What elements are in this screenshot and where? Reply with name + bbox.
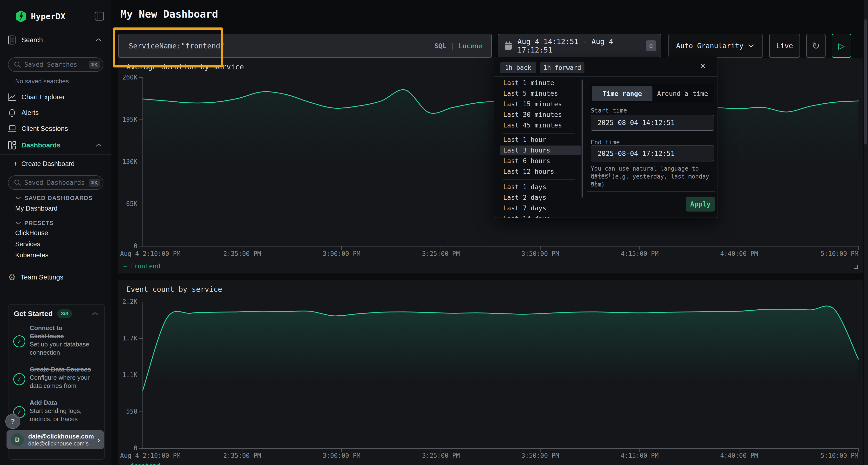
- x-axis-tick-label: 4:40:00 PM: [703, 250, 775, 257]
- legend-dash-icon: —: [123, 462, 127, 465]
- legend-item-frontend[interactable]: —frontend: [123, 462, 160, 465]
- sidebar-item-my-dashboard[interactable]: My Dashboard: [15, 205, 58, 212]
- apply-button[interactable]: Apply: [686, 197, 715, 211]
- bell-icon: [8, 108, 16, 117]
- page-scrollbar-thumb[interactable]: [864, 19, 867, 144]
- get-started-header[interactable]: Get Started 3/3: [14, 309, 99, 318]
- get-started-step[interactable]: Add Data Start sending logs, metrics, or…: [30, 399, 100, 423]
- collapse-sidebar-icon[interactable]: [94, 11, 104, 21]
- start-time-label: Start time: [591, 107, 627, 114]
- time-range-option[interactable]: Last 5 minutes: [500, 89, 581, 98]
- logo[interactable]: HyperDX: [16, 10, 65, 23]
- granularity-select[interactable]: Auto Granularity: [669, 34, 763, 58]
- check-circle-icon: ✓: [13, 373, 25, 385]
- tab-around-a-time[interactable]: Around a time: [652, 86, 713, 101]
- legend-item-frontend[interactable]: —frontend: [123, 263, 160, 270]
- sql-toggle[interactable]: SQL: [434, 42, 446, 49]
- sidebar-item-search[interactable]: Search: [8, 32, 103, 48]
- sidebar-item-dashboards[interactable]: Dashboards: [8, 138, 103, 152]
- step-title: Add Data: [30, 399, 100, 407]
- chevron-up-icon: [94, 143, 103, 148]
- saved-dashboards-input[interactable]: Saved Dashboards ⌘K: [8, 175, 103, 190]
- time-range-option[interactable]: Last 14 days: [500, 214, 581, 218]
- time-range-option[interactable]: Last 1 hour: [500, 135, 581, 144]
- saved-searches-input[interactable]: Saved Searches ⌘K: [8, 57, 103, 72]
- sidebar-item-team-settings[interactable]: ⚙ Team Settings: [8, 270, 103, 284]
- time-range-option[interactable]: Last 1 days: [500, 182, 581, 192]
- x-axis-tick-label: 3:00:00 PM: [305, 452, 378, 459]
- time-range-option[interactable]: Last 1 minute: [500, 78, 581, 88]
- start-time-input[interactable]: 2025-08-04 14:12:51: [591, 115, 714, 131]
- sidebar-item-chart-explorer[interactable]: Chart Explorer: [8, 90, 103, 104]
- time-range-option[interactable]: Last 30 minutes: [500, 110, 581, 120]
- time-range-option[interactable]: Last 2 days: [500, 193, 581, 202]
- check-circle-icon: ✓: [13, 335, 25, 347]
- time-range-option[interactable]: Last 6 hours: [500, 156, 581, 166]
- legend-series-name: frontend: [130, 263, 160, 270]
- step-title: Connect to ClickHouse: [30, 324, 98, 340]
- section-presets[interactable]: PRESETS: [15, 220, 54, 227]
- y-axis-tick-label: 1.7K: [118, 335, 137, 342]
- chart-explorer-icon: [8, 93, 16, 101]
- user-menu[interactable]: D dale@clickhouse.com dale@clickhouse.co…: [6, 430, 104, 449]
- close-icon[interactable]: ×: [700, 61, 706, 71]
- resize-handle-icon[interactable]: [853, 264, 858, 269]
- y-axis-tick-label: 195K: [118, 116, 137, 123]
- y-axis-tick-label: 0: [118, 242, 137, 250]
- shift-back-button[interactable]: 1h back: [500, 62, 536, 73]
- tab-label: Around a time: [657, 90, 708, 97]
- tab-time-range[interactable]: Time range: [592, 86, 652, 101]
- sql-lucene-divider: |: [451, 42, 454, 49]
- x-axis-tick-label: 4:40:00 PM: [703, 452, 775, 459]
- y-axis-tick-label: 65K: [118, 200, 137, 207]
- time-range-text: Aug 4 14:12:51 - Aug 4 17:12:51: [518, 37, 645, 54]
- granularity-value: Auto Granularity: [676, 42, 743, 50]
- section-saved-dashboards[interactable]: SAVED DASHBOARDS: [15, 195, 93, 201]
- chevron-down-icon: [747, 43, 755, 48]
- run-query-button[interactable]: ▷: [832, 34, 851, 58]
- command-k-shortcut: ⌘K: [89, 61, 100, 69]
- sidebar-item-alerts[interactable]: Alerts: [8, 106, 103, 120]
- command-k-shortcut: ⌘K: [89, 179, 100, 187]
- shift-forward-button[interactable]: 1h forward: [540, 62, 585, 73]
- time-range-option-selected[interactable]: Last 3 hours: [500, 145, 581, 155]
- divider: [0, 49, 111, 50]
- help-button[interactable]: ?: [5, 414, 20, 429]
- divider: [0, 154, 111, 155]
- calendar-icon: [504, 41, 512, 51]
- time-range-option[interactable]: Last 12 hours: [500, 167, 581, 176]
- logo-text: HyperDX: [31, 11, 65, 21]
- create-dashboard-button[interactable]: + Create Dashboard: [13, 157, 102, 171]
- lucene-toggle[interactable]: Lucene: [459, 42, 482, 49]
- user-org: dale@clickhouse.com's: [28, 440, 94, 447]
- y-axis-tick-label: 1.1K: [118, 371, 137, 378]
- time-range-input[interactable]: Aug 4 14:12:51 - Aug 4 17:12:51 d: [498, 34, 661, 58]
- search-query-input[interactable]: ServiceName:"frontend" SQL | Lucene: [118, 34, 492, 58]
- refresh-button[interactable]: ↻: [806, 34, 826, 58]
- live-button[interactable]: Live: [769, 34, 800, 58]
- chart-panel-1: Average duration by service 065K130K195K…: [118, 58, 863, 273]
- sidebar-item-kubernetes[interactable]: Kubernetes: [15, 252, 49, 259]
- x-axis-tick-label: 4:15:00 PM: [603, 452, 676, 459]
- sidebar-item-clickhouse[interactable]: ClickHouse: [15, 229, 48, 237]
- sidebar-item-client-sessions[interactable]: Client Sessions: [8, 122, 103, 136]
- list-scrollbar-thumb[interactable]: [582, 79, 583, 198]
- time-range-option[interactable]: Last 7 days: [500, 203, 581, 213]
- sidebar-item-services[interactable]: Services: [15, 240, 40, 248]
- check-icon: ✓: [17, 376, 22, 383]
- get-started-step[interactable]: Connect to ClickHouse Set up your databa…: [30, 324, 98, 357]
- sidebar: HyperDX Search Saved S: [0, 0, 112, 465]
- time-range-option[interactable]: Last 45 minutes: [500, 121, 581, 130]
- chevron-down-icon: [15, 196, 22, 200]
- time-range-option[interactable]: Last 15 minutes: [500, 99, 581, 109]
- shift-back-label: 1h back: [505, 64, 531, 71]
- avatar-initial: D: [15, 436, 20, 443]
- divider: [587, 191, 715, 192]
- chevron-up-icon: [91, 311, 99, 316]
- play-icon: ▷: [838, 41, 845, 51]
- get-started-step[interactable]: Create Data Sources Configure where your…: [30, 365, 100, 390]
- app-root: HyperDX Search Saved S: [0, 0, 868, 465]
- create-dashboard-label: Create Dashboard: [22, 160, 75, 168]
- hint-text: 5pm): [591, 181, 605, 188]
- end-time-input[interactable]: 2025-08-04 17:12:51: [591, 145, 714, 161]
